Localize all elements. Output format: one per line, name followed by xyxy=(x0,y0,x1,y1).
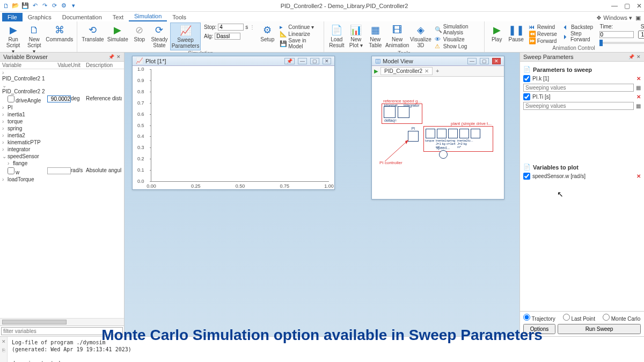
param2-values-input[interactable] xyxy=(523,102,634,110)
var1-remove-icon[interactable]: ✕ xyxy=(636,173,641,179)
plot-min-icon[interactable]: — xyxy=(298,58,307,64)
time-input[interactable] xyxy=(599,31,634,38)
variable-row[interactable]: ›PID_Controller2 1 xyxy=(0,69,124,82)
variable-row[interactable]: driveAngledegReference dista... xyxy=(0,95,124,104)
stop-button[interactable]: ⊘Stop xyxy=(130,23,149,43)
reverse-button[interactable]: ⏪Reverse xyxy=(529,31,557,37)
variable-row[interactable]: ›inertia2 xyxy=(0,132,124,139)
panel-close-icon[interactable]: ✕ xyxy=(116,54,121,60)
steady-state-button[interactable]: ⟳Steady State xyxy=(150,23,169,49)
model-diagram[interactable]: reference speed g... deltaq= kinemat.. i… xyxy=(372,77,504,196)
qat-dropdown-icon[interactable]: ▾ xyxy=(70,2,77,10)
mv-add-tab-icon[interactable]: + xyxy=(436,68,439,74)
visualize-3d-button[interactable]: ◈Visualize 3D xyxy=(410,23,431,49)
variable-row[interactable]: ›integrator xyxy=(0,146,124,153)
collapse-ribbon-icon[interactable]: ▣ xyxy=(635,14,641,21)
plot-close-icon[interactable]: ✕ xyxy=(323,58,331,64)
radio-trajectory[interactable]: Trajectory xyxy=(523,314,555,322)
windows-menu[interactable]: ❖ Windows ▾ xyxy=(596,14,632,21)
variable-row[interactable]: ›inertia1 xyxy=(0,111,124,118)
backstep-button[interactable]: ⏴Backstep xyxy=(562,24,595,30)
setup-button[interactable]: ⚙Setup xyxy=(258,23,276,43)
maximize-icon[interactable]: ▢ xyxy=(624,2,630,10)
mv-max-icon[interactable]: ▢ xyxy=(480,58,489,64)
log-close-icon[interactable]: ✕ xyxy=(2,339,6,344)
redo-icon[interactable]: ↷ xyxy=(41,2,48,10)
log-pin2-icon[interactable]: ⎘ xyxy=(2,348,5,353)
mv-min-icon[interactable]: — xyxy=(467,58,477,64)
minimize-icon[interactable]: — xyxy=(611,2,618,10)
param1-grid-icon[interactable]: ▦ xyxy=(636,85,641,91)
variable-row[interactable]: ›PI xyxy=(0,104,124,111)
tab-text[interactable]: Text xyxy=(107,13,129,21)
simulate-button[interactable]: ▶Simulate xyxy=(106,23,129,43)
play-button[interactable]: ▶Play xyxy=(488,23,506,43)
linearize-button[interactable]: 📐Linearize xyxy=(280,31,318,37)
variable-row[interactable]: ⌄speedSensor xyxy=(0,153,124,160)
block-inertia2[interactable] xyxy=(459,129,469,138)
hscroll-thumb[interactable] xyxy=(2,320,67,324)
tab-graphics[interactable]: Graphics xyxy=(23,13,57,21)
variable-row[interactable]: ⌄PID_Controller2 2 xyxy=(0,82,124,95)
load-result-button[interactable]: 📄Load Result xyxy=(327,23,346,49)
animation-slider[interactable] xyxy=(599,42,644,44)
param2-remove-icon[interactable]: ✕ xyxy=(636,94,641,100)
variable-row[interactable]: wrad/sAbsolute angul... xyxy=(0,167,124,176)
block-speedsensor[interactable]: speed... xyxy=(439,150,448,159)
pause-button[interactable]: ❚❚Pause xyxy=(507,23,525,43)
close-icon[interactable]: ✕ xyxy=(636,2,642,10)
mv-tab[interactable]: PID_Controller2✕ xyxy=(380,67,433,75)
alg-input[interactable] xyxy=(215,33,240,40)
sweep-parameters-button[interactable]: 📈Sweep Parameters xyxy=(170,23,201,50)
tab-simulation[interactable]: Simulation xyxy=(129,12,167,21)
new-plot-button[interactable]: 📊New Plot ▾ xyxy=(347,23,365,49)
tab-documentation[interactable]: Documentation xyxy=(57,13,107,21)
variable-row[interactable]: ›kinematicPTP xyxy=(0,139,124,146)
show-log-button[interactable]: ⚠Show Log xyxy=(435,43,479,49)
block-pi[interactable]: PI xyxy=(408,131,419,142)
refresh-icon[interactable]: ⟳ xyxy=(50,2,58,10)
variable-row[interactable]: ›flange xyxy=(0,160,124,167)
param2-grid-icon[interactable]: ▦ xyxy=(636,103,641,109)
variable-row[interactable]: ›torque xyxy=(0,118,124,125)
new-table-button[interactable]: ▦New Table xyxy=(366,23,384,49)
variable-row[interactable]: ›spring xyxy=(0,125,124,132)
commands-button[interactable]: ⌘Commands xyxy=(45,23,74,43)
simulation-analysis-button[interactable]: 🔍Simulation Analysis xyxy=(435,24,479,35)
block-spring[interactable] xyxy=(448,129,458,138)
stop-time-input[interactable] xyxy=(218,24,244,31)
mv-close-icon[interactable]: ✕ xyxy=(492,58,501,64)
block-kinematic[interactable]: deltaq= xyxy=(384,106,396,118)
panel-pin-icon[interactable]: 📌 xyxy=(108,54,114,60)
tab-tools[interactable]: Tools xyxy=(167,13,192,21)
mv-tab-close-icon[interactable]: ✕ xyxy=(425,68,429,74)
block-integrator[interactable] xyxy=(398,106,409,118)
block-load[interactable] xyxy=(471,129,480,138)
param1-values-input[interactable] xyxy=(523,84,634,92)
filter-variables-input[interactable] xyxy=(1,327,123,335)
radio-last-point[interactable]: Last Point xyxy=(563,314,595,322)
run-script-button[interactable]: ▶Run Script ▾ xyxy=(3,23,23,55)
plot-max-icon[interactable]: ▢ xyxy=(310,58,319,64)
visualize-button[interactable]: 👁Visualize xyxy=(435,36,479,42)
continue-button[interactable]: ▸Continue ▾ xyxy=(280,24,318,30)
speed-select[interactable]: 1 xyxy=(638,31,644,39)
forward-button[interactable]: ⏩Forward xyxy=(529,38,557,44)
undo-icon[interactable]: ↶ xyxy=(31,2,39,10)
run-sweep-button[interactable]: Run Sweep xyxy=(558,324,641,334)
settings-icon[interactable]: ⚙ xyxy=(60,2,68,10)
sweep-close-icon[interactable]: ✕ xyxy=(636,54,641,60)
param2-check[interactable] xyxy=(523,93,530,100)
rewind-button[interactable]: ⏮Rewind xyxy=(529,24,557,30)
param1-check[interactable] xyxy=(523,75,530,82)
param1-remove-icon[interactable]: ✕ xyxy=(636,76,641,82)
stop-menu-icon[interactable]: ⋮ xyxy=(250,24,255,30)
mv-run-icon[interactable]: ▶ xyxy=(374,68,378,74)
variable-row[interactable]: ›loadTorque xyxy=(0,176,124,183)
new-icon[interactable]: 🗋 xyxy=(2,2,10,10)
tab-file[interactable]: File xyxy=(2,13,23,21)
open-icon[interactable]: 📂 xyxy=(12,2,19,10)
save-in-model-button[interactable]: 💾Save in Model xyxy=(280,38,318,49)
sweep-pin-icon[interactable]: 📌 xyxy=(628,54,634,60)
plot-pin-icon[interactable]: 📌 xyxy=(284,58,295,64)
